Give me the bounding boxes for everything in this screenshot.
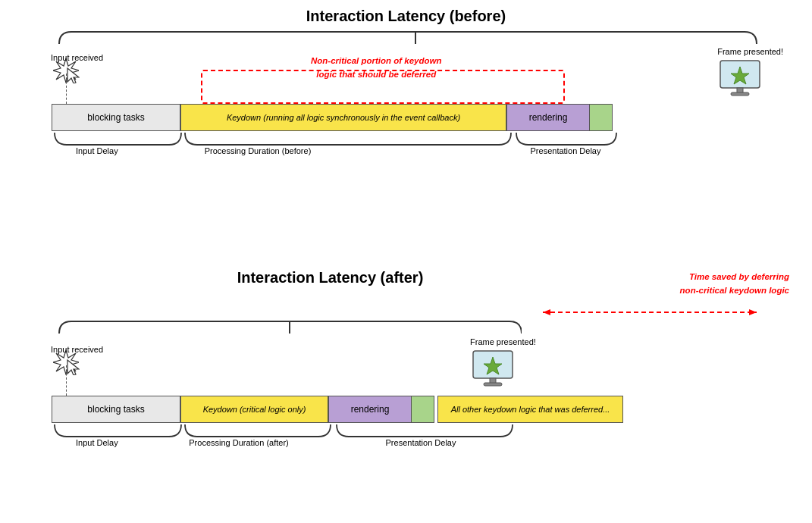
bar-green-bottom — [412, 396, 434, 423]
svg-rect-15 — [484, 383, 502, 386]
svg-marker-8 — [543, 309, 550, 315]
frame-presented-label-top: Frame presented! — [717, 47, 783, 56]
cursor-bottom — [66, 359, 80, 375]
bar-keydown-bottom: Keydown (critical logic only) — [180, 396, 328, 423]
presentation-brace-bottom — [334, 423, 516, 440]
frame-presented-area-top: Frame presented! — [717, 47, 783, 102]
presentation-delay-label-top: Presentation Delay — [531, 146, 601, 155]
processing-brace-top — [182, 131, 514, 148]
top-title: Interaction Latency (before) — [23, 8, 789, 25]
dashed-vline-bottom — [66, 365, 67, 396]
cursor-top — [66, 67, 80, 83]
bar-green-top — [590, 104, 613, 131]
bottom-title: Interaction Latency (after) — [23, 269, 638, 287]
svg-marker-12 — [67, 360, 79, 375]
bar-blocking-bottom: blocking tasks — [52, 396, 180, 423]
bar-keydown-top: Keydown (running all logic synchronously… — [180, 104, 506, 131]
bar-deferred-bottom: All other keydown logic that was deferre… — [437, 396, 623, 423]
frame-presented-area-bottom: Frame presented! — [470, 337, 536, 392]
input-delay-label-bottom: Input Delay — [76, 438, 118, 447]
top-diagram: Interaction Latency (before) Input recei… — [23, 8, 789, 243]
top-bars-row: blocking tasks Keydown (running all logi… — [52, 104, 613, 131]
top-span-brace — [52, 29, 764, 45]
bottom-span-brace — [52, 318, 522, 335]
processing-brace-bottom — [182, 423, 334, 440]
svg-marker-2 — [67, 68, 79, 83]
input-received-label-bottom: Input received — [51, 345, 103, 354]
frame-presented-label-bottom: Frame presented! — [470, 337, 536, 346]
monitor-top — [717, 59, 763, 99]
svg-rect-5 — [731, 92, 749, 96]
time-saved-arrow — [52, 305, 764, 319]
svg-marker-9 — [749, 309, 757, 315]
presentation-delay-label-bottom: Presentation Delay — [386, 438, 456, 447]
processing-label-top: Processing Duration (before) — [205, 146, 312, 155]
input-delay-brace-top — [52, 131, 184, 148]
non-critical-label-top: Non-critical portion of keydown logic th… — [311, 53, 442, 80]
presentation-brace-top — [513, 131, 619, 148]
processing-label-bottom: Processing Duration (after) — [189, 438, 288, 447]
bottom-bars-row: blocking tasks Keydown (critical logic o… — [52, 396, 623, 423]
input-delay-label-top: Input Delay — [76, 146, 118, 155]
dashed-vline-top — [66, 74, 67, 104]
time-saved-label: Time saved by deferring non-critical key… — [680, 269, 789, 296]
input-received-label-top: Input received — [51, 53, 103, 62]
bar-rendering-top: rendering — [506, 104, 590, 131]
input-delay-brace-bottom — [52, 423, 184, 440]
monitor-bottom — [470, 349, 516, 389]
bar-blocking-top: blocking tasks — [52, 104, 180, 131]
bar-rendering-bottom: rendering — [328, 396, 412, 423]
bottom-diagram: Interaction Latency (after) Time saved b… — [23, 269, 789, 504]
